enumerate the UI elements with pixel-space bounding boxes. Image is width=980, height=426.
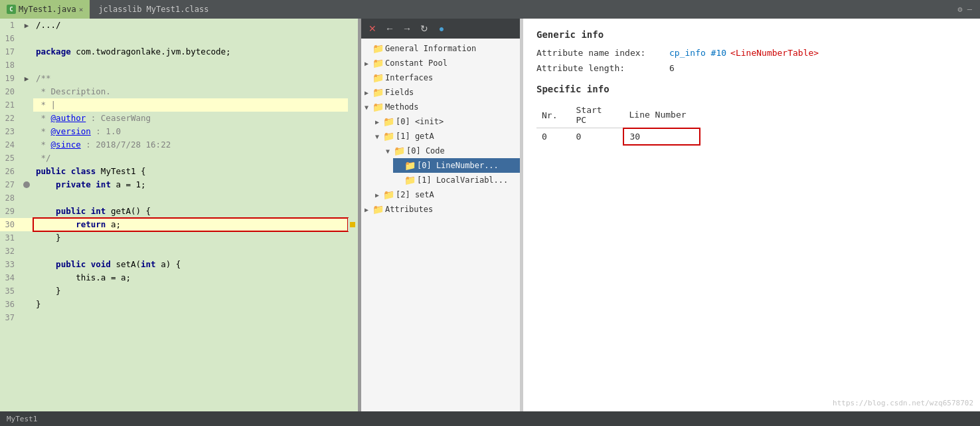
tree-item-code[interactable]: ▼ 📁 [0] Code [382,144,520,158]
right-gutter-29 [348,205,358,218]
line-gutter-36 [20,298,33,311]
line-content-35: } [33,284,348,298]
line-num-20: 20 [0,85,20,98]
line-content-32 [33,245,348,258]
line-content-26: public class MyTest1 { [33,165,348,178]
line-num-21: 21 [0,98,20,112]
label-getA: [1] getA [394,132,434,141]
line-content-37 [33,311,348,324]
folder-icon-fields: 📁 [372,86,384,98]
right-gutter-18 [348,58,358,72]
code-lines: 1 ▶ /.../ 16 17 package com.twodragonlak [0,19,358,324]
java-file-tab[interactable]: C MyTest1.java × [0,0,90,19]
expand-methods: ▼ [361,104,372,111]
right-gutter-37 [348,311,358,324]
table-header-linenum: Line Number [623,102,699,128]
line-num-37: 37 [0,311,20,324]
right-gutter-19 [348,72,358,85]
tree-content: 📁 General Information ▶ 📁 Constant Pool … [361,39,520,411]
tree-item-setA[interactable]: ▶ 📁 [2] setA [372,187,520,202]
right-gutter-24 [348,138,358,152]
expand-fields: ▶ [361,89,372,96]
tree-item-fields[interactable]: ▶ 📁 Fields [361,85,520,100]
label-init: [0] <init> [394,117,444,126]
line-gutter-19: ▶ [20,72,33,85]
attr-length-value: 6 [669,63,675,73]
code-line-16: 16 [0,32,358,45]
line-num-18: 18 [0,58,20,72]
table-row-0: 0 0 30 [536,128,700,145]
close-button[interactable]: ✕ [365,21,380,36]
generic-info-title: Generic info [536,29,967,40]
tree-item-constant-pool[interactable]: ▶ 📁 Constant Pool [361,56,520,70]
line-num-24: 24 [0,138,20,152]
right-gutter-26 [348,165,358,178]
code-line-32: 32 [0,245,358,258]
forward-button[interactable]: → [400,21,414,36]
code-line-20: 20 * Description. [0,85,358,98]
line-num-35: 35 [0,284,20,298]
line-content-16 [33,32,348,45]
line-num-22: 22 [0,112,20,125]
tree-item-methods[interactable]: ▼ 📁 Methods [361,100,520,114]
code-line-18: 18 [0,58,358,72]
line-content-22: * @author : CeaserWang [33,112,348,125]
right-gutter-35 [348,284,358,298]
right-gutter-23 [348,125,358,138]
code-line-26: 26 public class MyTest1 { [0,165,358,178]
right-gutter-28 [348,191,358,205]
tree-item-attributes[interactable]: ▶ 📁 Attributes [361,202,520,217]
line-num-33: 33 [0,258,20,271]
right-gutter-16 [348,32,358,45]
code-line-24: 24 * @since : 2018/7/28 16:22 [0,138,358,152]
folder-icon-constant-pool: 📁 [372,57,384,69]
tree-item-general[interactable]: 📁 General Information [361,41,520,56]
line-num-31: 31 [0,231,20,245]
code-line-17: 17 package com.twodragonlake.jvm.bytecod… [0,45,358,58]
line-gutter-20 [20,85,33,98]
folder-icon-localvar: 📁 [404,174,416,186]
line-gutter-18 [20,58,33,72]
status-text: MyTest1 [7,415,37,423]
tree-item-localvar[interactable]: 📁 [1] LocalVariabl... [393,173,520,187]
line-content-18 [33,58,348,72]
jclass-tab: jclasslib MyTest1.class ⚙ – [90,0,980,19]
line-gutter-27 [20,178,33,191]
attr-name-row: Attribute name index: cp_info #10 <LineN… [536,48,967,58]
code-line-33: 33 public void setA(int a) { [0,258,358,271]
tree-item-interfaces[interactable]: 📁 Interfaces [361,70,520,85]
line-num-19: 19 [0,72,20,85]
info-button[interactable]: ● [434,21,449,36]
back-button[interactable]: ← [382,21,397,36]
expand-attributes: ▶ [361,206,372,213]
java-tab-close[interactable]: × [79,5,84,14]
status-bar: MyTest1 [0,411,980,426]
label-setA: [2] setA [394,190,434,199]
folder-icon-code: 📁 [393,145,405,157]
tree-item-getA[interactable]: ▼ 📁 [1] getA [372,129,520,144]
line-gutter-16 [20,32,33,45]
line-gutter-23 [20,125,33,138]
table-cell-pc-0: 0 [570,128,623,145]
line-content-17: package com.twodragonlake.jvm.bytecode; [33,45,348,58]
folder-icon-methods: 📁 [372,101,384,113]
folder-icon-attributes: 📁 [372,203,384,215]
specific-info-title: Specific info [536,84,967,94]
expand-setA: ▶ [372,191,382,199]
code-line-1: 1 ▶ /.../ [0,19,358,32]
attr-name-label: Attribute name index: [536,48,669,58]
attr-name-link[interactable]: cp_info #10 [669,48,726,58]
right-gutter-30 [348,218,358,231]
tree-item-linenumber[interactable]: 📁 [0] LineNumber... [393,158,520,173]
line-content-1: /.../ [33,19,348,32]
settings-icon[interactable]: ⚙ – [957,5,972,14]
label-code: [0] Code [405,146,445,156]
line-content-19: /** [33,72,348,85]
table-header-nr: Nr. [536,102,570,128]
folder-icon-init: 📁 [382,116,394,128]
refresh-button[interactable]: ↻ [417,21,432,36]
line-num-27: 27 [0,178,20,191]
folder-icon-setA: 📁 [382,189,394,201]
tree-item-init[interactable]: ▶ 📁 [0] <init> [372,114,520,129]
code-line-30: 30 return a; [0,218,358,231]
